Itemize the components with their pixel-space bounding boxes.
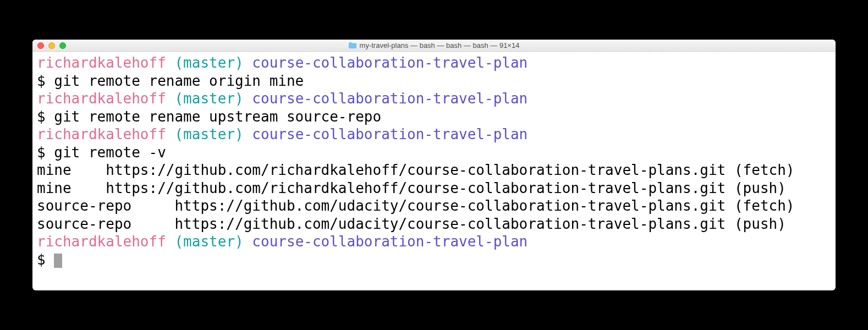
cursor [54, 254, 62, 268]
window-controls [32, 42, 66, 49]
terminal-body[interactable]: richardkalehoff (master) course-collabor… [32, 52, 836, 290]
prompt-branch: (master) [174, 233, 243, 250]
output-line: source-repo https://github.com/udacity/c… [37, 197, 795, 214]
prompt-user: richardkalehoff [37, 54, 166, 71]
prompt-user: richardkalehoff [37, 233, 166, 250]
prompt-dir: course-collaboration-travel-plan [252, 54, 528, 71]
output-line: mine https://github.com/richardkalehoff/… [37, 162, 795, 178]
prompt-dir: course-collaboration-travel-plan [252, 233, 528, 250]
prompt-symbol: $ [37, 108, 46, 125]
prompt-branch: (master) [174, 90, 243, 107]
prompt-dir: course-collaboration-travel-plan [252, 126, 528, 142]
command-text: git remote rename upstream source-repo [54, 108, 381, 125]
minimize-icon[interactable] [48, 42, 55, 49]
prompt-branch: (master) [174, 126, 243, 142]
prompt-user: richardkalehoff [37, 90, 166, 107]
window-titlebar: my-travel-plans — bash — bash — bash — 9… [32, 40, 836, 52]
zoom-icon[interactable] [59, 42, 66, 49]
terminal-window: my-travel-plans — bash — bash — bash — 9… [32, 40, 836, 290]
prompt-branch: (master) [174, 54, 243, 71]
prompt-dir: course-collaboration-travel-plan [252, 90, 528, 107]
folder-icon [349, 42, 356, 48]
prompt-symbol: $ [37, 144, 46, 161]
output-line: source-repo https://github.com/udacity/c… [37, 216, 786, 232]
prompt-symbol: $ [37, 251, 46, 268]
output-line: mine https://github.com/richardkalehoff/… [37, 180, 786, 196]
command-text: git remote -v [54, 144, 166, 161]
window-title: my-travel-plans — bash — bash — bash — 9… [32, 41, 836, 50]
close-icon[interactable] [37, 42, 44, 49]
command-text: git remote rename origin mine [54, 73, 304, 89]
window-title-text: my-travel-plans — bash — bash — bash — 9… [360, 41, 520, 50]
prompt-user: richardkalehoff [37, 126, 166, 142]
prompt-symbol: $ [37, 73, 46, 89]
